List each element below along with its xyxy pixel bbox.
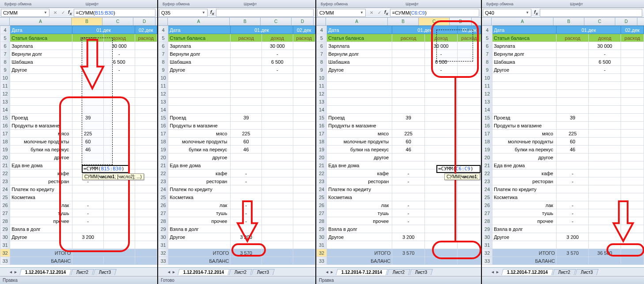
cell-A8[interactable]: Шабашка (10, 58, 72, 66)
row-header-24[interactable]: 24 (0, 185, 10, 193)
cell-D25[interactable] (458, 193, 481, 201)
cell-A17[interactable]: мясо (492, 130, 557, 138)
cell-A16[interactable]: Продукты в магазине (168, 122, 231, 130)
row-header-13[interactable]: 13 (0, 98, 10, 106)
cell-B29[interactable] (557, 225, 589, 233)
row-header-5[interactable]: 5 (317, 34, 327, 42)
cell-C33[interactable] (103, 257, 135, 265)
cell-C26[interactable] (425, 201, 458, 209)
row-header-24[interactable]: 24 (159, 185, 168, 193)
cell-C18[interactable] (261, 138, 293, 146)
cell-B10[interactable] (557, 74, 589, 82)
grid[interactable]: ABCD4Дата01.дек02.дек5Статья балансарасх… (316, 18, 481, 267)
cell-A4[interactable]: Дата (168, 26, 231, 34)
row-header-24[interactable]: 24 (317, 185, 327, 193)
cell-C5[interactable]: доход (103, 34, 135, 42)
cell-A27[interactable]: тушь (327, 209, 392, 217)
cell-D22[interactable] (621, 169, 644, 177)
cell-B4[interactable]: 01.дек (392, 26, 458, 34)
cell-B33[interactable] (231, 257, 262, 265)
cell-B7[interactable] (392, 50, 425, 58)
cell-D30[interactable] (621, 233, 644, 241)
row-header-28[interactable]: 28 (0, 217, 10, 225)
cell-A6[interactable]: Зарплата (492, 42, 557, 50)
row-header-11[interactable]: 11 (159, 82, 168, 90)
cell-D28[interactable] (458, 217, 481, 225)
tab-sheet3[interactable]: Лист3 (252, 269, 275, 275)
cell-D25[interactable] (293, 193, 315, 201)
cell-A26[interactable]: лак (10, 201, 72, 209)
cell-C23[interactable] (261, 177, 293, 185)
row-header-7[interactable]: 7 (0, 50, 10, 58)
cell-D6[interactable] (135, 42, 157, 50)
cell-C30[interactable] (589, 233, 621, 241)
cell-D19[interactable] (135, 146, 157, 154)
column-header-B[interactable]: B (553, 18, 584, 25)
cell-C17[interactable] (589, 130, 621, 138)
cell-C11[interactable] (589, 82, 621, 90)
cell-D14[interactable] (621, 106, 644, 114)
cell-A7[interactable]: Вернули долг (10, 50, 72, 58)
cell-C23[interactable] (589, 177, 621, 185)
cell-D21[interactable] (293, 161, 315, 169)
cell-B15[interactable]: 39 (557, 114, 589, 122)
cell-C28[interactable] (261, 217, 293, 225)
row-header-17[interactable]: 17 (0, 130, 10, 138)
cell-C9[interactable]: - (425, 66, 458, 74)
cell-D21[interactable] (135, 161, 157, 169)
cell-A30[interactable]: Другое (492, 233, 557, 241)
cell-B29[interactable] (72, 225, 104, 233)
column-header-C[interactable]: C (419, 18, 450, 25)
row-header-18[interactable]: 18 (159, 138, 168, 146)
name-box[interactable]: Q40▼ (483, 9, 531, 17)
row-header-9[interactable]: 9 (482, 66, 492, 74)
cell-A28[interactable]: прочее (327, 217, 392, 225)
cell-D11[interactable] (621, 82, 644, 90)
cell-C31[interactable] (425, 241, 458, 249)
cell-A12[interactable] (492, 90, 557, 98)
cell-D32[interactable] (293, 249, 315, 257)
tab-sheet1[interactable]: 1.12.2014-7.12.2014 (178, 269, 230, 275)
cell-D26[interactable] (135, 201, 157, 209)
cell-A6[interactable]: Зарплата (168, 42, 231, 50)
cell-A30[interactable]: Другое (327, 233, 392, 241)
cell-B16[interactable] (231, 122, 262, 130)
cell-A22[interactable]: кафе (10, 169, 72, 177)
row-header-29[interactable]: 29 (317, 225, 327, 233)
cell-D21[interactable] (621, 161, 644, 169)
cell-C21[interactable] (589, 161, 621, 169)
grid[interactable]: ABCD4Дата01.дек02.дек5Статья балансарасх… (0, 18, 157, 267)
row-header-33[interactable]: 33 (482, 257, 492, 265)
cell-D26[interactable] (621, 201, 644, 209)
cell-A15[interactable]: Проезд (492, 114, 557, 122)
cell-A31[interactable] (168, 241, 231, 249)
cell-A22[interactable]: кафе (492, 169, 557, 177)
row-header-26[interactable]: 26 (159, 201, 168, 209)
cell-A20[interactable]: другое (492, 154, 557, 161)
cell-A11[interactable] (168, 82, 231, 90)
cell-D27[interactable] (458, 209, 481, 217)
row-header-9[interactable]: 9 (0, 66, 10, 74)
cell-B16[interactable] (72, 122, 104, 130)
cell-D29[interactable] (621, 225, 644, 233)
cell-C7[interactable]: - (425, 50, 458, 58)
cell-B17[interactable]: 225 (557, 130, 589, 138)
row-header-24[interactable]: 24 (482, 185, 492, 193)
cell-A17[interactable]: мясо (10, 130, 72, 138)
cell-D32[interactable] (135, 249, 157, 257)
cell-D25[interactable] (621, 193, 644, 201)
cell-A33[interactable]: БАЛАНС (10, 257, 72, 265)
cell-B9[interactable] (392, 66, 425, 74)
cell-A14[interactable] (10, 106, 72, 114)
cell-B6[interactable] (231, 42, 262, 50)
cell-B14[interactable] (392, 106, 425, 114)
cell-D15[interactable] (135, 114, 157, 122)
cell-C10[interactable] (589, 74, 621, 82)
cell-C12[interactable] (261, 90, 293, 98)
column-header-A[interactable]: A (10, 18, 72, 25)
cell-D28[interactable] (293, 217, 315, 225)
cell-B15[interactable]: 39 (231, 114, 262, 122)
cell-C24[interactable] (261, 185, 293, 193)
column-header-D[interactable]: D (615, 18, 637, 25)
cell-D4[interactable]: 02.дек (293, 26, 315, 34)
